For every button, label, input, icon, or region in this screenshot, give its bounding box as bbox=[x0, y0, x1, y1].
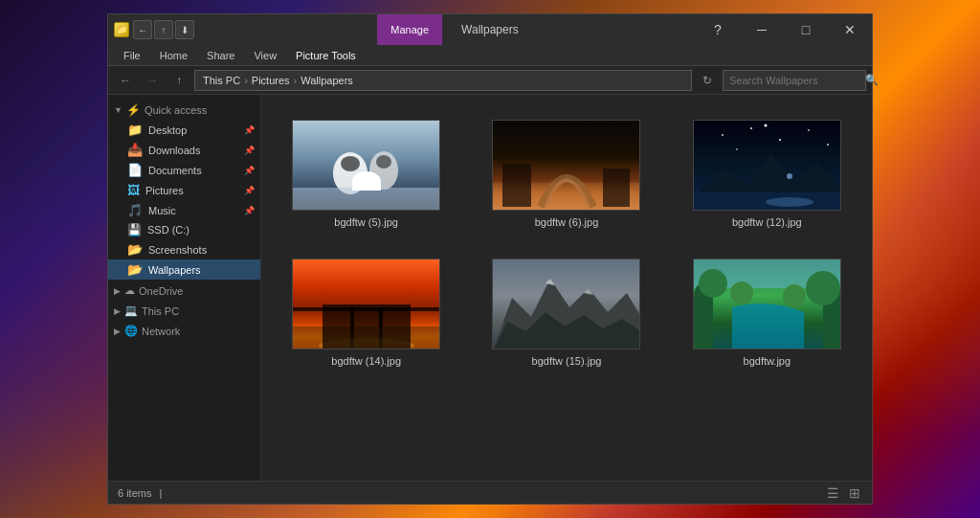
back-button[interactable]: ← bbox=[114, 70, 137, 91]
file-item[interactable]: bgdftw (15).jpg bbox=[480, 253, 652, 372]
svg-point-4 bbox=[376, 155, 391, 169]
drive-icon: 💾 bbox=[127, 223, 142, 236]
status-divider: | bbox=[159, 487, 162, 499]
star-icon: ⚡ bbox=[126, 103, 141, 117]
details-view-button[interactable]: ☰ bbox=[825, 484, 841, 503]
svg-point-20 bbox=[787, 173, 792, 179]
sidebar-item-label: OneDrive bbox=[139, 285, 183, 297]
folder-icon: 📥 bbox=[127, 143, 143, 157]
folder-icon: 🎵 bbox=[127, 203, 143, 217]
file-thumbnail bbox=[693, 120, 841, 211]
sidebar-item-label: SSD (C:) bbox=[147, 224, 189, 236]
sidebar-header-network[interactable]: ▶ 🌐 Network bbox=[108, 322, 260, 340]
search-box[interactable]: 🔍 bbox=[723, 70, 866, 91]
title-bar: 📁 ← ↑ ⬇ Manage Wallpapers ? ─ □ ✕ bbox=[108, 14, 872, 45]
title-bar-left: 📁 ← ↑ ⬇ bbox=[108, 14, 200, 45]
svg-point-26 bbox=[319, 338, 414, 349]
path-wallpapers[interactable]: Wallpapers bbox=[301, 75, 353, 86]
chevron-down-icon: ▼ bbox=[114, 105, 122, 115]
menu-home[interactable]: Home bbox=[150, 45, 197, 65]
folder-icon: 📂 bbox=[127, 262, 143, 277]
svg-point-31 bbox=[806, 271, 840, 305]
status-count: 6 items bbox=[118, 487, 151, 499]
path-pictures[interactable]: Pictures bbox=[252, 75, 290, 86]
sidebar-item-label: Documents bbox=[148, 165, 202, 176]
sidebar-item-label: Music bbox=[148, 205, 176, 216]
menu-view[interactable]: View bbox=[244, 45, 286, 65]
quick-access-btn-1[interactable]: ← bbox=[133, 20, 152, 39]
menu-share[interactable]: Share bbox=[197, 45, 244, 65]
explorer-window: 📁 ← ↑ ⬇ Manage Wallpapers ? ─ □ ✕ File H… bbox=[107, 13, 873, 505]
sidebar-item-downloads[interactable]: 📥 Downloads 📌 bbox=[108, 140, 260, 160]
pin-icon: 📌 bbox=[244, 206, 255, 215]
file-grid: bgdftw (5).jpg bbox=[261, 95, 872, 481]
main-area: ▼ ⚡ Quick access 📁 Desktop 📌 📥 Downloads… bbox=[108, 95, 872, 481]
search-input[interactable] bbox=[729, 75, 861, 86]
svg-point-12 bbox=[750, 127, 752, 129]
svg-point-16 bbox=[764, 124, 767, 127]
refresh-button[interactable]: ↻ bbox=[696, 70, 719, 91]
sidebar-item-pictures[interactable]: 🖼 Pictures 📌 bbox=[108, 180, 260, 200]
path-this-pc[interactable]: This PC bbox=[203, 75, 240, 86]
sidebar-item-screenshots[interactable]: 📂 Screenshots bbox=[108, 239, 260, 259]
sidebar-header-quick-access[interactable]: ▼ ⚡ Quick access bbox=[108, 101, 260, 120]
folder-icon: 📂 bbox=[127, 242, 143, 257]
sidebar-item-wallpapers[interactable]: 📂 Wallpapers bbox=[108, 259, 260, 280]
menu-file[interactable]: File bbox=[114, 45, 150, 65]
svg-point-19 bbox=[766, 197, 813, 207]
file-name: bgdftw (6).jpg bbox=[535, 216, 599, 228]
sidebar-item-desktop[interactable]: 📁 Desktop 📌 bbox=[108, 120, 260, 140]
up-button[interactable]: ↑ bbox=[167, 70, 190, 91]
file-name: bgdftw (14).jpg bbox=[331, 355, 401, 367]
network-icon: 🌐 bbox=[124, 325, 138, 337]
help-button[interactable]: ? bbox=[696, 14, 740, 45]
sidebar-header-onedrive[interactable]: ▶ ☁ OneDrive bbox=[108, 282, 260, 300]
svg-rect-23 bbox=[350, 307, 354, 349]
large-icons-view-button[interactable]: ⊞ bbox=[847, 484, 862, 503]
file-item[interactable]: bgdftw (12).jpg bbox=[681, 114, 853, 234]
file-item[interactable]: bgdftw (6).jpg bbox=[480, 114, 652, 234]
svg-point-33 bbox=[783, 284, 806, 307]
quick-access-btn-2[interactable]: ↑ bbox=[154, 20, 173, 39]
pin-icon: 📌 bbox=[244, 186, 255, 195]
address-bar: ← → ↑ This PC › Pictures › Wallpapers ↻ … bbox=[108, 66, 872, 95]
path-sep-1: › bbox=[244, 75, 248, 86]
svg-point-11 bbox=[722, 134, 724, 136]
sidebar-header-thispc[interactable]: ▶ 💻 This PC bbox=[108, 302, 260, 320]
svg-point-14 bbox=[808, 129, 810, 131]
sidebar-item-music[interactable]: 🎵 Music 📌 bbox=[108, 200, 260, 220]
sidebar-item-ssd[interactable]: 💾 SSD (C:) bbox=[108, 220, 260, 239]
file-thumbnail bbox=[492, 120, 640, 211]
sidebar-item-documents[interactable]: 📄 Documents 📌 bbox=[108, 160, 260, 180]
svg-rect-8 bbox=[502, 164, 531, 207]
file-thumbnail bbox=[292, 120, 440, 211]
quick-access-label: Quick access bbox=[145, 104, 207, 116]
file-name: bgdftw.jpg bbox=[744, 355, 791, 367]
folder-icon: 📄 bbox=[127, 163, 143, 177]
file-item[interactable]: bgdftw.jpg bbox=[681, 253, 853, 372]
ribbon-tab-manage[interactable]: Manage bbox=[377, 14, 442, 45]
sidebar-section-network: ▶ 🌐 Network bbox=[108, 322, 260, 340]
sidebar-item-label: Network bbox=[142, 326, 180, 337]
svg-rect-25 bbox=[293, 327, 440, 349]
file-item[interactable]: bgdftw (14).jpg bbox=[280, 253, 452, 372]
file-name: bgdftw (15).jpg bbox=[532, 355, 602, 367]
address-path[interactable]: This PC › Pictures › Wallpapers bbox=[194, 70, 692, 91]
quick-access-btn-3[interactable]: ⬇ bbox=[175, 20, 194, 39]
status-bar: 6 items | ☰ ⊞ bbox=[108, 481, 872, 504]
sidebar-item-label: Downloads bbox=[148, 145, 200, 156]
sidebar-item-label: Wallpapers bbox=[148, 264, 201, 276]
forward-button[interactable]: → bbox=[141, 70, 164, 91]
file-item[interactable]: bgdftw (5).jpg bbox=[280, 114, 452, 234]
file-thumbnail bbox=[693, 259, 841, 349]
menu-picture-tools[interactable]: Picture Tools bbox=[286, 45, 366, 65]
path-sep-2: › bbox=[294, 75, 298, 86]
close-button[interactable]: ✕ bbox=[828, 14, 872, 45]
svg-point-15 bbox=[736, 148, 738, 150]
minimize-button[interactable]: ─ bbox=[740, 14, 784, 45]
maximize-button[interactable]: □ bbox=[784, 14, 828, 45]
cloud-icon: ☁ bbox=[124, 284, 135, 297]
folder-icon: 📁 bbox=[127, 123, 143, 137]
window-title: Wallpapers bbox=[461, 23, 519, 36]
pin-icon: 📌 bbox=[244, 166, 255, 175]
